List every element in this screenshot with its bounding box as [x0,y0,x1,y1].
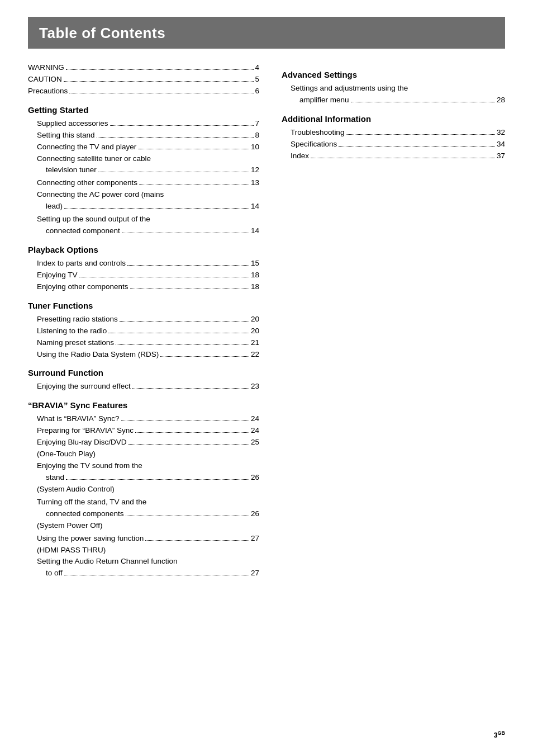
toc-label-line2: connected components 26 [37,508,259,520]
toc-dots [129,444,249,445]
toc-entry: Index to parts and controls 15 [28,258,259,270]
toc-dots [64,208,249,209]
toc-entry: CAUTION 5 [28,74,259,86]
toc-entry: Enjoying the TV sound from the stand 26 … [28,460,259,495]
toc-dotted: Presetting radio stations 20 [37,314,259,325]
toc-label-indent: amplifier menu [291,94,349,106]
right-column: Advanced Settings Settings and adjustmen… [276,62,505,580]
toc-dots [69,93,253,93]
toc-entry: Supplied accessories 7 [28,118,259,130]
toc-dotted: Specifications 34 [291,139,505,150]
section-heading: Getting Started [28,105,259,115]
toc-page: 18 [251,281,259,293]
toc-entry: Enjoying other components 18 [28,281,259,293]
toc-dots [132,388,249,389]
toc-label-line1: Turning off the stand, TV and the [37,497,259,508]
toc-dotted: Listening to the radio 20 [37,325,259,337]
toc-dots [121,420,250,421]
toc-dots [79,277,250,277]
toc-label: Enjoying other components [37,281,129,293]
toc-dots [139,185,249,185]
page: Table of Contents WARNING 4 CAUTION 5 Pr… [0,0,533,756]
toc-label-indent: lead) [37,201,63,212]
toc-label: Enjoying TV [37,270,78,281]
toc-label-line1: Connecting satellite tuner or cable [37,153,259,165]
toc-label: Enjoying Blu-ray Disc/DVD [37,437,127,448]
toc-page: 20 [251,325,259,337]
toc-dots [135,432,249,433]
toc-dots [116,344,249,345]
toc-label: Connecting the TV and player [37,141,136,153]
toc-label-line1: Setting the Audio Return Channel functio… [37,556,259,568]
toc-dots [160,356,249,357]
toc-page: 24 [251,425,259,437]
toc-label-line1: Enjoying the TV sound from the [37,460,259,472]
toc-multiline: Turning off the stand, TV and the connec… [37,497,259,532]
toc-page: 20 [251,314,259,325]
toc-entry: Connecting satellite tuner or cable tele… [28,153,259,177]
toc-dots [351,102,495,102]
toc-page: 5 [255,74,260,86]
toc-dotted: Troubleshooting 32 [291,127,505,139]
left-column: WARNING 4 CAUTION 5 Precautions 6 Gettin… [28,62,276,580]
toc-dotted: Supplied accessories 7 [37,118,259,130]
toc-multiline: Enjoying the TV sound from the stand 26 … [37,460,259,495]
toc-label-line2: to off 27 [37,568,259,579]
toc-multiline: Setting up the sound output of the conne… [37,214,259,237]
toc-label-indent: to off [37,568,63,579]
toc-label-line1: Settings and adjustments using the [291,83,505,94]
toc-page: 26 [251,508,259,520]
toc-dots [339,146,495,147]
toc-entry: WARNING 4 [28,62,259,74]
toc-dotted: Naming preset stations 21 [37,337,259,349]
section-heading: Surround Function [28,368,259,377]
section-heading: Playback Options [28,245,259,254]
page-title: Table of Contents [39,25,494,42]
toc-label: Enjoying the surround effect [37,381,131,393]
toc-multiline: Settings and adjustments using the ampli… [291,83,505,106]
toc-label-line2: lead) 14 [37,201,259,212]
toc-entry: What is “BRAVIA” Sync? 24 [28,413,259,425]
toc-dots [64,81,254,82]
toc-page: 37 [497,150,505,162]
toc-entry: Precautions 6 [28,86,259,97]
toc-dots [120,321,249,322]
toc-page: 22 [251,349,259,361]
toc-entry: Setting this stand 8 [28,130,259,141]
toc-label-indent: connected components [37,508,124,520]
toc-page: 6 [255,86,260,97]
toc-dotted: Index to parts and controls 15 [37,258,259,270]
toc-label-line2: television tuner 12 [37,164,259,176]
toc-entry: Troubleshooting 32 [282,127,505,139]
toc-page: 15 [251,258,259,270]
toc-dots [97,137,254,138]
toc-dotted: Using the Radio Data System (RDS) 22 [37,349,259,361]
toc-label: Using the power saving function [37,533,144,545]
toc-note: (One-Touch Play) [37,448,259,460]
toc-note: (System Power Off) [37,520,259,532]
toc-page: 10 [251,141,259,153]
toc-page: 24 [251,413,259,425]
toc-dotted: Index 37 [291,150,505,162]
toc-page: 23 [251,381,259,393]
toc-dotted: Enjoying other components 18 [37,281,259,293]
toc-entry: Connecting other components 13 [28,177,259,189]
section-heading: Advanced Settings [282,70,505,79]
toc-entry: Setting the Audio Return Channel functio… [28,556,259,579]
toc-page: 14 [251,225,259,237]
toc-label-indent: television tuner [37,164,97,176]
toc-entry: Connecting the AC power cord (mains lead… [28,189,259,212]
toc-label: Preparing for “BRAVIA” Sync [37,425,134,437]
toc-page: 34 [497,139,505,150]
toc-dotted: Connecting the TV and player 10 [37,141,259,153]
toc-page: 12 [251,164,259,176]
toc-entry: Settings and adjustments using the ampli… [282,83,505,106]
toc-dotted: Connecting other components 13 [37,177,259,189]
toc-entry: Enjoying the surround effect 23 [28,381,259,393]
toc-label: WARNING [28,62,64,74]
toc-page: 21 [251,337,259,349]
toc-page: 18 [251,270,259,281]
toc-label: Connecting other components [37,177,137,189]
toc-label-line1: Setting up the sound output of the [37,214,259,225]
toc-dotted: Enjoying TV 18 [37,270,259,281]
